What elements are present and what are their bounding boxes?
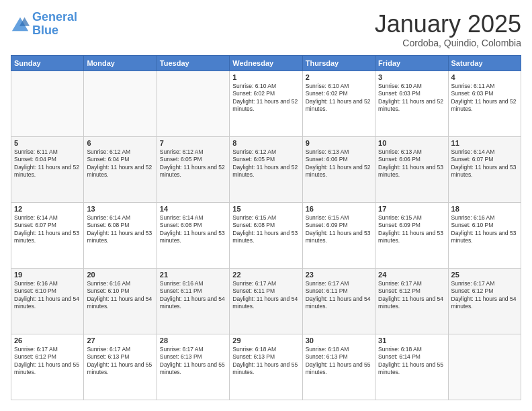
day-number: 18: [451, 205, 518, 213]
day-number: 12: [14, 205, 81, 213]
day-info: Sunrise: 6:17 AMSunset: 6:12 PMDaylight:…: [378, 280, 443, 310]
day-number: 17: [378, 205, 445, 213]
day-info: Sunrise: 6:11 AMSunset: 6:03 PMDaylight:…: [451, 83, 517, 112]
calendar-cell: 22Sunrise: 6:17 AMSunset: 6:11 PMDayligh…: [230, 268, 302, 334]
day-number: 31: [378, 336, 445, 345]
calendar-cell: 25Sunrise: 6:17 AMSunset: 6:12 PMDayligh…: [448, 268, 521, 334]
calendar-cell: 15Sunrise: 6:15 AMSunset: 6:08 PMDayligh…: [230, 202, 302, 268]
calendar-cell: 4Sunrise: 6:11 AMSunset: 6:03 PMDaylight…: [448, 71, 521, 136]
day-number: 7: [160, 139, 226, 147]
day-info: Sunrise: 6:17 AMSunset: 6:11 PMDaylight:…: [232, 280, 298, 310]
calendar-cell: 28Sunrise: 6:17 AMSunset: 6:13 PMDayligh…: [157, 334, 229, 400]
day-info: Sunrise: 6:12 AMSunset: 6:05 PMDaylight:…: [232, 148, 298, 178]
logo: General Blue: [11, 11, 77, 38]
logo-line2: Blue: [32, 24, 58, 37]
day-info: Sunrise: 6:14 AMSunset: 6:07 PMDaylight:…: [451, 148, 517, 178]
day-info: Sunrise: 6:18 AMSunset: 6:14 PMDaylight:…: [378, 346, 443, 375]
day-info: Sunrise: 6:17 AMSunset: 6:12 PMDaylight:…: [451, 280, 517, 310]
day-info: Sunrise: 6:17 AMSunset: 6:11 PMDaylight:…: [306, 280, 371, 310]
day-info: Sunrise: 6:16 AMSunset: 6:11 PMDaylight:…: [160, 280, 225, 310]
day-number: 8: [232, 139, 299, 147]
day-number: 28: [160, 336, 226, 345]
calendar-week-4: 26Sunrise: 6:17 AMSunset: 6:12 PMDayligh…: [11, 334, 521, 400]
day-info: Sunrise: 6:17 AMSunset: 6:13 PMDaylight:…: [87, 346, 152, 375]
day-info: Sunrise: 6:12 AMSunset: 6:05 PMDaylight:…: [160, 148, 225, 178]
day-info: Sunrise: 6:15 AMSunset: 6:09 PMDaylight:…: [306, 214, 371, 244]
calendar-cell: 17Sunrise: 6:15 AMSunset: 6:09 PMDayligh…: [375, 202, 448, 268]
calendar-cell: 16Sunrise: 6:15 AMSunset: 6:09 PMDayligh…: [302, 202, 375, 268]
col-monday: Monday: [84, 55, 157, 71]
calendar-cell: 26Sunrise: 6:17 AMSunset: 6:12 PMDayligh…: [11, 334, 84, 400]
col-saturday: Saturday: [448, 55, 521, 71]
day-header-row: Sunday Monday Tuesday Wednesday Thursday…: [11, 55, 521, 71]
day-info: Sunrise: 6:14 AMSunset: 6:08 PMDaylight:…: [87, 214, 152, 244]
calendar-cell: 12Sunrise: 6:14 AMSunset: 6:07 PMDayligh…: [11, 202, 84, 268]
col-tuesday: Tuesday: [157, 55, 229, 71]
calendar-cell: 24Sunrise: 6:17 AMSunset: 6:12 PMDayligh…: [375, 268, 448, 334]
calendar-cell: 19Sunrise: 6:16 AMSunset: 6:10 PMDayligh…: [11, 268, 84, 334]
calendar-cell: 30Sunrise: 6:18 AMSunset: 6:13 PMDayligh…: [302, 334, 375, 400]
day-number: 20: [87, 271, 153, 279]
calendar-table: Sunday Monday Tuesday Wednesday Thursday…: [11, 55, 521, 400]
day-number: 19: [14, 271, 81, 279]
day-number: 4: [451, 73, 518, 81]
calendar-cell: 13Sunrise: 6:14 AMSunset: 6:08 PMDayligh…: [84, 202, 157, 268]
day-number: 24: [378, 271, 445, 279]
day-number: 6: [87, 139, 153, 147]
day-info: Sunrise: 6:11 AMSunset: 6:04 PMDaylight:…: [14, 148, 79, 178]
calendar-page: General Blue January 2025 Cordoba, Quind…: [0, 0, 532, 411]
calendar-cell: 6Sunrise: 6:12 AMSunset: 6:04 PMDaylight…: [84, 136, 157, 202]
calendar-cell: [84, 71, 157, 136]
day-info: Sunrise: 6:14 AMSunset: 6:07 PMDaylight:…: [14, 214, 79, 244]
page-header: General Blue January 2025 Cordoba, Quind…: [11, 11, 521, 48]
day-number: 14: [160, 205, 226, 213]
day-number: 23: [306, 271, 372, 279]
calendar-cell: 29Sunrise: 6:18 AMSunset: 6:13 PMDayligh…: [230, 334, 302, 400]
day-info: Sunrise: 6:13 AMSunset: 6:06 PMDaylight:…: [378, 148, 443, 178]
day-info: Sunrise: 6:10 AMSunset: 6:03 PMDaylight:…: [378, 83, 443, 112]
day-info: Sunrise: 6:18 AMSunset: 6:13 PMDaylight:…: [306, 346, 371, 375]
col-thursday: Thursday: [302, 55, 375, 71]
calendar-week-1: 5Sunrise: 6:11 AMSunset: 6:04 PMDaylight…: [11, 136, 521, 202]
day-info: Sunrise: 6:16 AMSunset: 6:10 PMDaylight:…: [451, 214, 517, 244]
calendar-cell: 3Sunrise: 6:10 AMSunset: 6:03 PMDaylight…: [375, 71, 448, 136]
title-block: January 2025 Cordoba, Quindio, Colombia: [375, 11, 521, 48]
calendar-week-2: 12Sunrise: 6:14 AMSunset: 6:07 PMDayligh…: [11, 202, 521, 268]
day-number: 30: [306, 336, 372, 345]
day-number: 16: [306, 205, 372, 213]
logo-line1: General: [32, 10, 77, 24]
day-info: Sunrise: 6:16 AMSunset: 6:10 PMDaylight:…: [87, 280, 152, 310]
logo-icon: [11, 15, 30, 34]
calendar-week-0: 1Sunrise: 6:10 AMSunset: 6:02 PMDaylight…: [11, 71, 521, 136]
day-number: 27: [87, 336, 153, 345]
day-info: Sunrise: 6:15 AMSunset: 6:09 PMDaylight:…: [378, 214, 443, 244]
day-info: Sunrise: 6:12 AMSunset: 6:04 PMDaylight:…: [87, 148, 152, 178]
day-info: Sunrise: 6:10 AMSunset: 6:02 PMDaylight:…: [306, 83, 371, 112]
day-number: 21: [160, 271, 226, 279]
calendar-cell: 9Sunrise: 6:13 AMSunset: 6:06 PMDaylight…: [302, 136, 375, 202]
day-number: 1: [232, 73, 299, 81]
col-friday: Friday: [375, 55, 448, 71]
calendar-cell: 21Sunrise: 6:16 AMSunset: 6:11 PMDayligh…: [157, 268, 229, 334]
day-number: 25: [451, 271, 518, 279]
day-info: Sunrise: 6:15 AMSunset: 6:08 PMDaylight:…: [232, 214, 298, 244]
day-info: Sunrise: 6:13 AMSunset: 6:06 PMDaylight:…: [306, 148, 371, 178]
col-wednesday: Wednesday: [230, 55, 302, 71]
col-sunday: Sunday: [11, 55, 84, 71]
calendar-cell: 14Sunrise: 6:14 AMSunset: 6:08 PMDayligh…: [157, 202, 229, 268]
calendar-cell: [448, 334, 521, 400]
calendar-cell: 5Sunrise: 6:11 AMSunset: 6:04 PMDaylight…: [11, 136, 84, 202]
calendar-cell: 11Sunrise: 6:14 AMSunset: 6:07 PMDayligh…: [448, 136, 521, 202]
calendar-cell: 20Sunrise: 6:16 AMSunset: 6:10 PMDayligh…: [84, 268, 157, 334]
day-number: 11: [451, 139, 518, 147]
calendar-cell: 27Sunrise: 6:17 AMSunset: 6:13 PMDayligh…: [84, 334, 157, 400]
day-info: Sunrise: 6:18 AMSunset: 6:13 PMDaylight:…: [232, 346, 298, 375]
day-info: Sunrise: 6:10 AMSunset: 6:02 PMDaylight:…: [232, 83, 298, 112]
calendar-cell: 2Sunrise: 6:10 AMSunset: 6:02 PMDaylight…: [302, 71, 375, 136]
day-number: 2: [306, 73, 372, 81]
logo-text: General Blue: [32, 11, 77, 38]
calendar-cell: 8Sunrise: 6:12 AMSunset: 6:05 PMDaylight…: [230, 136, 302, 202]
calendar-cell: [157, 71, 229, 136]
day-number: 29: [232, 336, 299, 345]
calendar-cell: 18Sunrise: 6:16 AMSunset: 6:10 PMDayligh…: [448, 202, 521, 268]
